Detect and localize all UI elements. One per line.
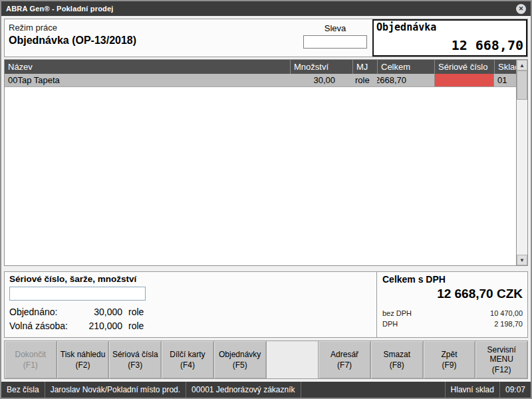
- cell-mnozstvi: 30,00: [290, 74, 352, 86]
- orders-label: Objednávky: [219, 350, 261, 359]
- serial-numbers-key: (F3): [128, 360, 142, 370]
- discount-input[interactable]: [303, 35, 367, 49]
- column-header-celkem: Celkem: [377, 60, 434, 74]
- customer-display: Objednávka 12 668,70: [372, 19, 527, 57]
- column-header-mj: MJ: [352, 60, 377, 74]
- column-header-sklad: Sklad: [494, 60, 516, 74]
- column-header-nazev: Název: [5, 60, 290, 74]
- arrow-down-icon: ▼: [519, 257, 525, 263]
- table-row[interactable]: 00Tap Tapeta 30,00 role 12668,70 01: [5, 74, 516, 87]
- status-operator: Jaroslav Novák/Pokladní místo prod.: [45, 382, 186, 398]
- back-key: (F9): [442, 360, 456, 370]
- close-icon: ✕: [519, 6, 524, 12]
- close-button[interactable]: ✕: [516, 4, 526, 14]
- serial-numbers-label: Sériová čísla: [112, 350, 158, 359]
- empty-button-slot: [266, 340, 319, 379]
- titlebar: ABRA Gen® - Pokladní prodej ✕: [1, 1, 531, 16]
- window-title: ABRA Gen® - Pokladní prodej: [6, 5, 114, 13]
- free-stock-value: 210,000: [81, 319, 122, 333]
- total-with-vat-value: 12 668,70 CZK: [382, 287, 523, 301]
- free-stock-row: Volná zásoba: 210,000 role: [9, 319, 372, 333]
- without-vat-row: bez DPH 10 470,00: [382, 308, 523, 319]
- status-clock: 09:07: [500, 382, 531, 398]
- vat-row: DPH 2 198,70: [382, 319, 523, 329]
- service-menu-button[interactable]: Servisní MENU (F12): [475, 340, 528, 379]
- delete-key: (F8): [390, 360, 404, 370]
- scroll-down-button[interactable]: ▼: [517, 255, 527, 265]
- column-header-seriove-cislo: Sériové číslo: [434, 60, 494, 74]
- subcards-button[interactable]: Dílčí karty (F4): [161, 340, 214, 379]
- statusbar: Bez čísla Jaroslav Novák/Pokladní místo …: [1, 382, 531, 398]
- scrollbar-track[interactable]: [517, 70, 527, 255]
- scrollbar-thumb[interactable]: [517, 70, 527, 100]
- arrow-up-icon: ▲: [519, 63, 525, 68]
- service-menu-key: (F12): [492, 365, 511, 374]
- work-mode-value: Objednávka (OP-13/2018): [9, 35, 136, 47]
- detail-panel: Sériové číslo, šarže, množství Objednáno…: [4, 271, 528, 338]
- serial-input[interactable]: [9, 287, 146, 301]
- print-preview-label: Tisk náhledu: [61, 350, 106, 359]
- subcards-key: (F4): [180, 360, 195, 370]
- display-doc-type: Objednávka: [376, 21, 523, 33]
- back-button[interactable]: Zpět (F9): [423, 340, 476, 379]
- work-mode-label: Režim práce: [9, 23, 136, 33]
- scroll-up-button[interactable]: ▲: [517, 60, 527, 70]
- cell-celkem: 12668,70: [377, 74, 434, 86]
- service-menu-label: Servisní MENU: [477, 345, 526, 364]
- vat-value: 2 198,70: [494, 319, 523, 329]
- table-body: 00Tap Tapeta 30,00 role 12668,70 01: [5, 74, 516, 265]
- ordered-unit: role: [128, 305, 144, 319]
- total-with-vat-label: Celkem s DPH: [382, 274, 523, 285]
- discount-block: Sleva: [302, 19, 368, 57]
- print-preview-key: (F2): [76, 360, 90, 370]
- header-panel: Režim práce Objednávka (OP-13/2018) Slev…: [4, 19, 528, 57]
- ordered-row: Objednáno: 30,000 role: [9, 305, 372, 319]
- without-vat-label: bez DPH: [382, 308, 412, 319]
- cell-mj: role: [352, 74, 377, 86]
- without-vat-value: 10 470,00: [490, 308, 523, 319]
- items-table-main: Název Množství MJ Celkem Sériové číslo S…: [5, 60, 516, 265]
- ordered-label: Objednáno:: [9, 305, 81, 319]
- free-stock-label: Volná zásoba:: [9, 319, 81, 333]
- status-spacer: [301, 382, 446, 398]
- delete-button[interactable]: Smazat (F8): [370, 340, 424, 379]
- function-button-bar: Dokončit (F1) Tisk náhledu (F2) Sériová …: [4, 340, 528, 379]
- status-warehouse: Hlavní sklad: [446, 382, 500, 398]
- delete-label: Smazat: [383, 350, 410, 359]
- app-window: ABRA Gen® - Pokladní prodej ✕ Režim prác…: [0, 0, 532, 399]
- status-document-number: Bez čísla: [1, 382, 45, 398]
- orders-button[interactable]: Objednávky (F5): [213, 340, 267, 379]
- address-book-key: (F7): [337, 360, 352, 370]
- discount-label: Sleva: [325, 23, 346, 33]
- serial-entry-label: Sériové číslo, šarže, množství: [9, 274, 372, 284]
- back-label: Zpět: [441, 350, 457, 359]
- print-preview-button[interactable]: Tisk náhledu (F2): [57, 340, 110, 379]
- table-scrollbar[interactable]: ▲ ▼: [516, 60, 527, 265]
- cell-nazev: 00Tap Tapeta: [5, 74, 290, 86]
- vat-label: DPH: [382, 319, 398, 329]
- items-table: Název Množství MJ Celkem Sériové číslo S…: [4, 59, 528, 266]
- serial-numbers-button[interactable]: Sériová čísla (F3): [108, 340, 162, 379]
- window-content: Režim práce Objednávka (OP-13/2018) Slev…: [1, 16, 531, 382]
- cell-seriove-cislo: [434, 74, 494, 86]
- free-stock-unit: role: [128, 319, 144, 333]
- orders-key: (F5): [233, 360, 247, 370]
- serial-entry-panel: Sériové číslo, šarže, množství Objednáno…: [5, 272, 377, 337]
- status-customer: 00001 Jednorázový zákazník: [186, 382, 301, 398]
- column-header-mnozstvi: Množství: [290, 60, 352, 74]
- finish-button-key: (F1): [23, 360, 38, 370]
- work-mode-block: Režim práce Objednávka (OP-13/2018): [5, 19, 140, 57]
- address-book-button[interactable]: Adresář (F7): [318, 340, 371, 379]
- ordered-value: 30,000: [81, 305, 122, 319]
- table-header: Název Množství MJ Celkem Sériové číslo S…: [5, 60, 516, 74]
- finish-button: Dokončit (F1): [4, 340, 57, 379]
- finish-button-label: Dokončit: [15, 350, 47, 359]
- cell-sklad: 01: [494, 74, 516, 86]
- subcards-label: Dílčí karty: [170, 350, 205, 359]
- address-book-label: Adresář: [331, 350, 358, 359]
- totals-panel: Celkem s DPH 12 668,70 CZK bez DPH 10 47…: [377, 272, 527, 337]
- display-amount: 12 668,70: [376, 37, 523, 53]
